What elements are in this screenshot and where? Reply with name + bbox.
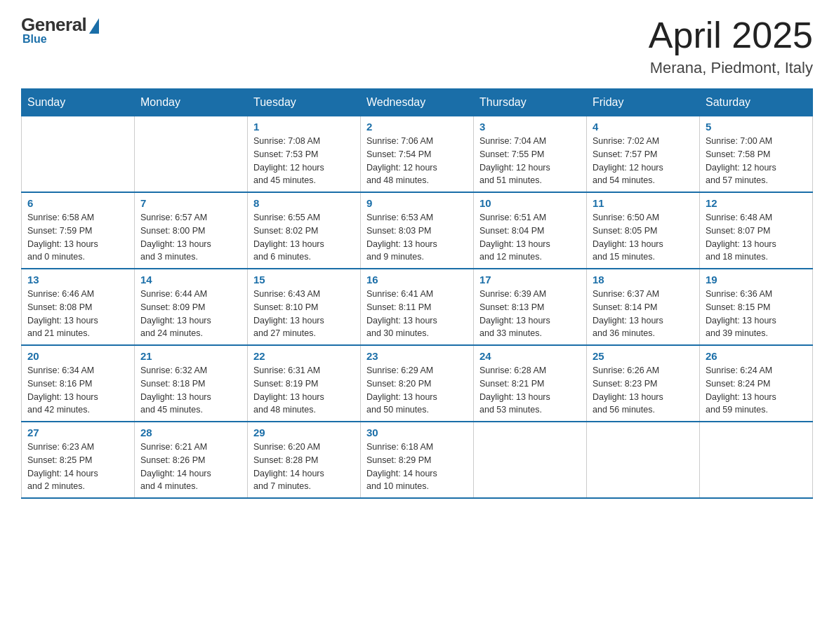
calendar-cell: 20Sunrise: 6:34 AM Sunset: 8:16 PM Dayli… [22,345,135,422]
calendar-cell [587,422,700,498]
day-info: Sunrise: 6:23 AM Sunset: 8:25 PM Dayligh… [27,441,128,493]
day-info: Sunrise: 6:24 AM Sunset: 8:24 PM Dayligh… [706,364,807,417]
calendar-cell: 25Sunrise: 6:26 AM Sunset: 8:23 PM Dayli… [587,345,700,422]
calendar-cell: 14Sunrise: 6:44 AM Sunset: 8:09 PM Dayli… [135,269,248,345]
day-info: Sunrise: 6:58 AM Sunset: 7:59 PM Dayligh… [27,211,128,264]
calendar-cell: 9Sunrise: 6:53 AM Sunset: 8:03 PM Daylig… [361,192,474,269]
page-header: General Blue April 2025 Merana, Piedmont… [21,14,813,77]
week-row-4: 20Sunrise: 6:34 AM Sunset: 8:16 PM Dayli… [22,345,813,422]
calendar-cell: 7Sunrise: 6:57 AM Sunset: 8:00 PM Daylig… [135,192,248,269]
day-number: 4 [593,121,694,133]
calendar-table: SundayMondayTuesdayWednesdayThursdayFrid… [21,88,813,499]
calendar-cell: 5Sunrise: 7:00 AM Sunset: 7:58 PM Daylig… [700,116,813,193]
day-number: 3 [479,121,581,133]
calendar-cell: 21Sunrise: 6:32 AM Sunset: 8:18 PM Dayli… [135,345,248,422]
calendar-cell: 6Sunrise: 6:58 AM Sunset: 7:59 PM Daylig… [22,192,135,269]
logo-blue-text: Blue [22,33,47,46]
day-info: Sunrise: 7:08 AM Sunset: 7:53 PM Dayligh… [253,135,355,187]
calendar-cell: 2Sunrise: 7:06 AM Sunset: 7:54 PM Daylig… [361,116,474,193]
calendar-cell: 11Sunrise: 6:50 AM Sunset: 8:05 PM Dayli… [587,192,700,269]
week-row-2: 6Sunrise: 6:58 AM Sunset: 7:59 PM Daylig… [22,192,813,269]
day-number: 14 [140,274,241,286]
day-number: 5 [706,121,807,133]
day-info: Sunrise: 6:55 AM Sunset: 8:02 PM Dayligh… [253,211,355,264]
logo: General Blue [21,14,99,46]
day-number: 11 [593,197,694,209]
day-info: Sunrise: 7:00 AM Sunset: 7:58 PM Dayligh… [706,135,807,187]
calendar-title: April 2025 [649,14,813,56]
day-of-week-sunday: Sunday [22,89,135,116]
day-number: 17 [479,274,581,286]
day-info: Sunrise: 6:36 AM Sunset: 8:15 PM Dayligh… [706,288,807,340]
calendar-cell: 23Sunrise: 6:29 AM Sunset: 8:20 PM Dayli… [361,345,474,422]
day-number: 30 [366,427,468,438]
calendar-header: SundayMondayTuesdayWednesdayThursdayFrid… [22,89,813,116]
calendar-cell: 24Sunrise: 6:28 AM Sunset: 8:21 PM Dayli… [474,345,587,422]
calendar-cell: 15Sunrise: 6:43 AM Sunset: 8:10 PM Dayli… [248,269,361,345]
day-number: 19 [706,274,807,286]
title-area: April 2025 Merana, Piedmont, Italy [649,14,813,77]
day-of-week-monday: Monday [135,89,248,116]
day-number: 12 [706,197,807,209]
day-number: 2 [366,121,468,133]
calendar-cell: 13Sunrise: 6:46 AM Sunset: 8:08 PM Dayli… [22,269,135,345]
day-info: Sunrise: 6:21 AM Sunset: 8:26 PM Dayligh… [140,441,241,493]
day-number: 21 [140,350,241,362]
day-number: 23 [366,350,468,362]
day-info: Sunrise: 6:46 AM Sunset: 8:08 PM Dayligh… [27,288,128,340]
day-info: Sunrise: 6:34 AM Sunset: 8:16 PM Dayligh… [27,364,128,417]
day-info: Sunrise: 6:32 AM Sunset: 8:18 PM Dayligh… [140,364,241,417]
calendar-cell: 17Sunrise: 6:39 AM Sunset: 8:13 PM Dayli… [474,269,587,345]
day-info: Sunrise: 6:26 AM Sunset: 8:23 PM Dayligh… [593,364,694,417]
day-info: Sunrise: 7:04 AM Sunset: 7:55 PM Dayligh… [479,135,581,187]
calendar-cell: 1Sunrise: 7:08 AM Sunset: 7:53 PM Daylig… [248,116,361,193]
day-info: Sunrise: 6:44 AM Sunset: 8:09 PM Dayligh… [140,288,241,340]
day-info: Sunrise: 6:20 AM Sunset: 8:28 PM Dayligh… [253,441,355,493]
calendar-cell: 12Sunrise: 6:48 AM Sunset: 8:07 PM Dayli… [700,192,813,269]
calendar-cell [474,422,587,498]
calendar-cell: 16Sunrise: 6:41 AM Sunset: 8:11 PM Dayli… [361,269,474,345]
day-of-week-thursday: Thursday [474,89,587,116]
day-info: Sunrise: 6:18 AM Sunset: 8:29 PM Dayligh… [366,441,468,493]
day-info: Sunrise: 6:48 AM Sunset: 8:07 PM Dayligh… [706,211,807,264]
calendar-cell: 19Sunrise: 6:36 AM Sunset: 8:15 PM Dayli… [700,269,813,345]
day-number: 16 [366,274,468,286]
calendar-cell: 18Sunrise: 6:37 AM Sunset: 8:14 PM Dayli… [587,269,700,345]
calendar-cell [135,116,248,193]
day-number: 10 [479,197,581,209]
calendar-cell: 10Sunrise: 6:51 AM Sunset: 8:04 PM Dayli… [474,192,587,269]
day-info: Sunrise: 6:31 AM Sunset: 8:19 PM Dayligh… [253,364,355,417]
day-number: 18 [593,274,694,286]
day-of-week-friday: Friday [587,89,700,116]
day-number: 29 [253,427,355,438]
day-info: Sunrise: 6:29 AM Sunset: 8:20 PM Dayligh… [366,364,468,417]
day-info: Sunrise: 6:41 AM Sunset: 8:11 PM Dayligh… [366,288,468,340]
day-info: Sunrise: 6:50 AM Sunset: 8:05 PM Dayligh… [593,211,694,264]
day-number: 25 [593,350,694,362]
calendar-subtitle: Merana, Piedmont, Italy [649,59,813,77]
day-number: 9 [366,197,468,209]
day-info: Sunrise: 7:02 AM Sunset: 7:57 PM Dayligh… [593,135,694,187]
day-number: 24 [479,350,581,362]
calendar-cell: 3Sunrise: 7:04 AM Sunset: 7:55 PM Daylig… [474,116,587,193]
day-info: Sunrise: 6:51 AM Sunset: 8:04 PM Dayligh… [479,211,581,264]
day-number: 6 [27,197,128,209]
day-number: 15 [253,274,355,286]
days-of-week-row: SundayMondayTuesdayWednesdayThursdayFrid… [22,89,813,116]
week-row-1: 1Sunrise: 7:08 AM Sunset: 7:53 PM Daylig… [22,116,813,193]
day-number: 1 [253,121,355,133]
calendar-cell: 28Sunrise: 6:21 AM Sunset: 8:26 PM Dayli… [135,422,248,498]
day-info: Sunrise: 7:06 AM Sunset: 7:54 PM Dayligh… [366,135,468,187]
calendar-cell: 4Sunrise: 7:02 AM Sunset: 7:57 PM Daylig… [587,116,700,193]
calendar-cell [22,116,135,193]
week-row-3: 13Sunrise: 6:46 AM Sunset: 8:08 PM Dayli… [22,269,813,345]
calendar-cell: 27Sunrise: 6:23 AM Sunset: 8:25 PM Dayli… [22,422,135,498]
calendar-cell: 22Sunrise: 6:31 AM Sunset: 8:19 PM Dayli… [248,345,361,422]
day-of-week-tuesday: Tuesday [248,89,361,116]
day-number: 26 [706,350,807,362]
calendar-cell: 30Sunrise: 6:18 AM Sunset: 8:29 PM Dayli… [361,422,474,498]
calendar-cell: 29Sunrise: 6:20 AM Sunset: 8:28 PM Dayli… [248,422,361,498]
day-of-week-saturday: Saturday [700,89,813,116]
day-number: 20 [27,350,128,362]
day-of-week-wednesday: Wednesday [361,89,474,116]
